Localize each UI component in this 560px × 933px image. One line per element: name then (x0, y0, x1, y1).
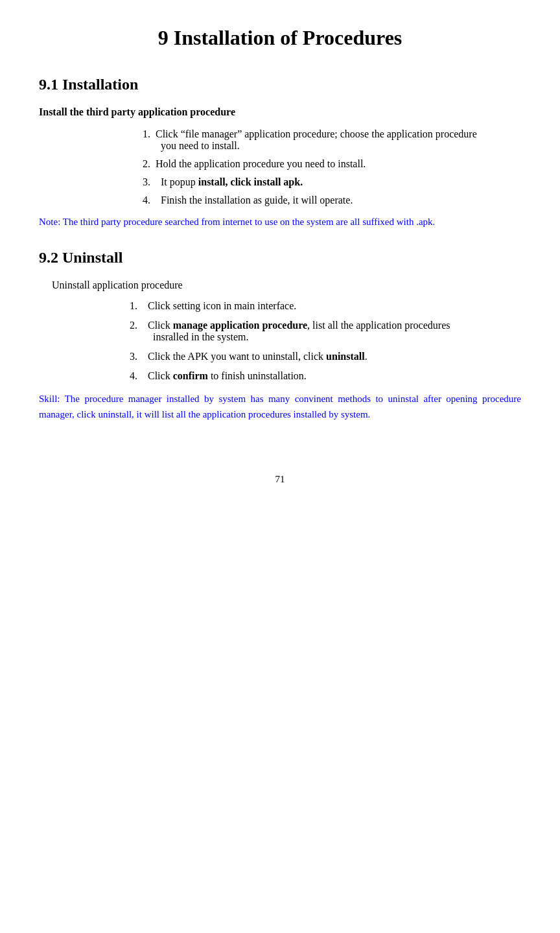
section-91-heading: 9.1 Installation (39, 76, 521, 93)
uninstall-step-2-bold: manage application procedure (173, 320, 307, 331)
install-step-3: 3. It popup install, click install apk. (143, 176, 521, 188)
install-step-2: 2. Hold the application procedure you ne… (143, 158, 521, 170)
install-steps-list: 1. Click “file manager” application proc… (143, 128, 521, 206)
uninstall-step-1: 1. Click setting icon in main interface. (130, 300, 521, 312)
uninstall-step-3: 3. Click the APK you want to uninstall, … (130, 351, 521, 362)
skill-note: Skill: The procedure manager installed b… (39, 391, 521, 422)
install-step-1: 1. Click “file manager” application proc… (143, 128, 521, 152)
install-note: Note: The third party procedure searched… (39, 214, 521, 230)
install-step-4: 4. Finish the installation as guide, it … (143, 195, 521, 206)
section-92-heading: 9.2 Uninstall (39, 249, 521, 266)
uninstall-step-4-bold: confirm (173, 370, 208, 381)
uninstall-step-2: 2. Click manage application procedure, l… (130, 320, 521, 343)
section-92: 9.2 Uninstall Uninstall application proc… (39, 249, 521, 422)
uninstall-steps-list: 1. Click setting icon in main interface.… (130, 300, 521, 382)
uninstall-step-3-bold: uninstall (326, 351, 365, 362)
page-number: 71 (39, 474, 521, 485)
subsection-label: Install the third party application proc… (39, 106, 521, 118)
page-title: 9 Installation of Procedures (39, 26, 521, 50)
uninstall-step-4: 4. Click confirm to finish uninstallatio… (130, 370, 521, 382)
section-91: 9.1 Installation Install the third party… (39, 76, 521, 230)
uninstall-label: Uninstall application procedure (52, 279, 521, 291)
install-step-3-bold: install, click install apk. (198, 176, 303, 187)
